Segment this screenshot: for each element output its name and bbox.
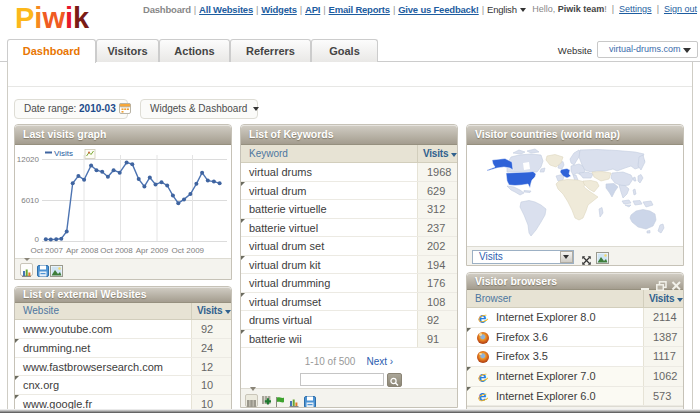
svg-text:0: 0 xyxy=(35,235,40,244)
svg-text:12020: 12020 xyxy=(17,155,40,164)
svg-text:Apr 2009: Apr 2009 xyxy=(136,246,169,255)
svg-text:Visits: Visits xyxy=(54,149,73,158)
svg-text:Apr 2008: Apr 2008 xyxy=(66,246,99,255)
svg-text:Oct 2007: Oct 2007 xyxy=(30,246,63,255)
svg-text:Oct 2008: Oct 2008 xyxy=(100,246,133,255)
svg-text:Oct 2009: Oct 2009 xyxy=(172,246,205,255)
svg-text:6010: 6010 xyxy=(21,196,39,205)
